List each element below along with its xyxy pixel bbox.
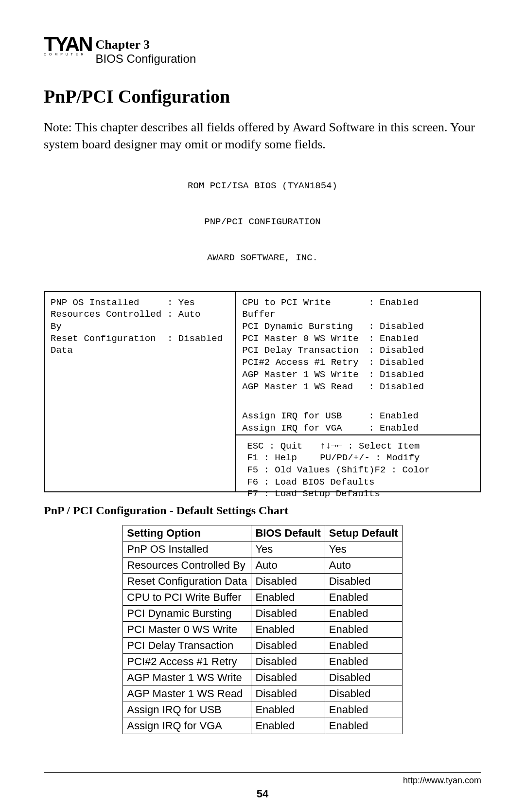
page-header: TYAN C O M P U T E R Chapter 3 BIOS Conf… — [44, 34, 481, 66]
bios-setting-label: PCI Delay Transaction — [242, 344, 368, 357]
settings-table: Setting Option BIOS Default Setup Defaul… — [122, 525, 402, 734]
bios-help-line: F5 : Old Values (Shift)F2 : Color — [247, 464, 470, 476]
bios-setting-row: PCI Delay Transaction: Disabled — [242, 344, 474, 357]
bios-setting-row: Reset Configuration Data : Disabled — [51, 333, 229, 357]
bios-setting-label: Assign IRQ for USB — [242, 410, 368, 422]
bios-setting-label: Reset Configuration Data — [51, 333, 167, 357]
table-cell: PCI#2 Access #1 Retry — [123, 653, 251, 669]
bios-setting-row: PCI#2 Access #1 Retry: Disabled — [242, 357, 474, 369]
table-cell: CPU to PCI Write Buffer — [123, 589, 251, 605]
bios-help-box: ESC : Quit ↑↓→← : Select Item F1 : Help … — [236, 434, 480, 506]
table-cell: Yes — [325, 541, 402, 557]
note-text: Note: This chapter describes all fields … — [44, 119, 481, 153]
bios-screen: ROM PCI/ISA BIOS (TYAN1854) PNP/PCI CONF… — [44, 156, 481, 492]
page-number: 54 — [0, 788, 525, 800]
table-cell: Enabled — [325, 621, 402, 637]
table-cell: Enabled — [251, 718, 325, 734]
bios-setting-row: Resources Controlled By : Auto — [51, 308, 229, 332]
bios-setting-value: : Disabled — [368, 381, 424, 393]
brand-logo: TYAN C O M P U T E R — [44, 34, 91, 56]
table-cell: Enabled — [325, 605, 402, 621]
table-header-row: Setting Option BIOS Default Setup Defaul… — [123, 525, 402, 541]
bios-help-line: F1 : Help PU/PD/+/- : Modify — [247, 452, 470, 464]
bios-setting-label: Assign IRQ for VGA — [242, 422, 368, 434]
bios-setting-row: PNP OS Installed : Yes — [51, 297, 229, 309]
table-row: PCI Master 0 WS WriteEnabledEnabled — [123, 621, 402, 637]
table-cell: Assign IRQ for VGA — [123, 718, 251, 734]
table-cell: AGP Master 1 WS Read — [123, 686, 251, 702]
table-row: PCI Dynamic BurstingDisabledEnabled — [123, 605, 402, 621]
table-row: Assign IRQ for VGAEnabledEnabled — [123, 718, 402, 734]
bios-setting-row: PCI Master 0 WS Write: Enabled — [242, 333, 474, 345]
table-cell: Enabled — [251, 621, 325, 637]
bios-help-arrows: ↑↓→← : Select Item — [320, 440, 420, 452]
bios-header-line: PNP/PCI CONFIGURATION — [44, 216, 481, 228]
table-row: AGP Master 1 WS ReadDisabledDisabled — [123, 686, 402, 702]
table-cell: Enabled — [325, 653, 402, 669]
table-cell: PCI Master 0 WS Write — [123, 621, 251, 637]
bios-setting-value: : Enabled — [368, 422, 419, 434]
bios-setting-label: PCI Master 0 WS Write — [242, 333, 368, 345]
bios-header-line: AWARD SOFTWARE, INC. — [44, 252, 481, 264]
bios-right-pane: CPU to PCI Write Buffer: Enabled PCI Dyn… — [236, 292, 480, 491]
bios-right-top: CPU to PCI Write Buffer: Enabled PCI Dyn… — [242, 297, 474, 434]
table-cell: Disabled — [251, 653, 325, 669]
table-cell: Disabled — [251, 573, 325, 589]
table-cell: Disabled — [251, 605, 325, 621]
table-row: Assign IRQ for USBEnabledEnabled — [123, 702, 402, 718]
table-cell: Assign IRQ for USB — [123, 702, 251, 718]
table-cell: Enabled — [325, 589, 402, 605]
table-row: PCI#2 Access #1 RetryDisabledEnabled — [123, 653, 402, 669]
chapter-title: Chapter 3 — [95, 37, 196, 52]
bios-setting-label: PNP OS Installed — [51, 297, 167, 309]
chapter-subtitle: BIOS Configuration — [95, 52, 196, 66]
chapter-block: Chapter 3 BIOS Configuration — [95, 34, 196, 66]
table-cell: Enabled — [325, 637, 402, 653]
table-cell: PCI Delay Transaction — [123, 637, 251, 653]
bios-help-line: ESC : Quit ↑↓→← : Select Item — [247, 440, 470, 452]
bios-setting-value: : Disabled — [368, 344, 424, 357]
table-cell: Resources Controlled By — [123, 557, 251, 573]
bios-left-pane: PNP OS Installed : Yes Resources Control… — [45, 292, 236, 491]
table-cell: Disabled — [251, 669, 325, 686]
table-row: CPU to PCI Write BufferEnabledEnabled — [123, 589, 402, 605]
bios-setting-label: CPU to PCI Write Buffer — [242, 297, 368, 321]
bios-setting-value: : Enabled — [368, 333, 419, 345]
table-cell: Enabled — [325, 718, 402, 734]
table-cell: Reset Configuration Data — [123, 573, 251, 589]
bios-setting-label: PCI#2 Access #1 Retry — [242, 357, 368, 369]
table-header: Setup Default — [325, 525, 402, 541]
bios-setting-value: : Enabled — [368, 410, 419, 422]
bios-help-modify: PU/PD/+/- : Modify — [320, 452, 420, 464]
bios-setting-row: PCI Dynamic Bursting: Disabled — [242, 321, 474, 333]
table-cell: PCI Dynamic Bursting — [123, 605, 251, 621]
table-cell: Enabled — [325, 702, 402, 718]
bios-setting-label: Resources Controlled By — [51, 308, 167, 332]
table-cell: Auto — [251, 557, 325, 573]
bios-frame: PNP OS Installed : Yes Resources Control… — [44, 291, 481, 492]
bios-setting-label: AGP Master 1 WS Write — [242, 369, 368, 381]
bios-setting-value: : Enabled — [368, 297, 419, 321]
brand-name: TYAN — [44, 34, 91, 54]
bios-setting-row: AGP Master 1 WS Read: Disabled — [242, 381, 474, 393]
table-cell: Disabled — [251, 637, 325, 653]
bios-setting-row: AGP Master 1 WS Write: Disabled — [242, 369, 474, 381]
table-cell: PnP OS Installed — [123, 541, 251, 557]
table-header: BIOS Default — [251, 525, 325, 541]
bios-help-f1: F1 : Help — [247, 452, 320, 464]
table-cell: Yes — [251, 541, 325, 557]
bios-setting-row: CPU to PCI Write Buffer: Enabled — [242, 297, 474, 321]
footer: http://www.tyan.com — [44, 772, 481, 786]
bios-header: ROM PCI/ISA BIOS (TYAN1854) PNP/PCI CONF… — [44, 156, 481, 288]
bios-setting-value: : Auto — [167, 308, 200, 332]
bios-setting-label: PCI Dynamic Bursting — [242, 321, 368, 333]
table-row: AGP Master 1 WS WriteDisabledDisabled — [123, 669, 402, 686]
table-header: Setting Option — [123, 525, 251, 541]
table-cell: Enabled — [251, 702, 325, 718]
bios-setting-value: : Disabled — [368, 321, 424, 333]
bios-setting-value: : Yes — [167, 297, 195, 309]
section-title: PnP/PCI Configuration — [44, 86, 481, 107]
bios-setting-value: : Disabled — [368, 369, 424, 381]
table-cell: Disabled — [325, 573, 402, 589]
bios-setting-value: : Disabled — [167, 333, 223, 357]
